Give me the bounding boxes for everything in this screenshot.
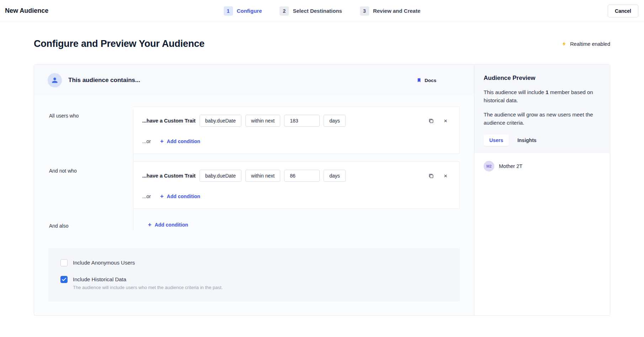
include-anonymous-checkbox[interactable] bbox=[60, 259, 68, 266]
preview-title: Audience Preview bbox=[484, 75, 601, 82]
group-label: All users who bbox=[48, 107, 133, 119]
step-number: 2 bbox=[280, 6, 289, 16]
or-line: ...or + Add condition bbox=[142, 193, 450, 199]
unit-select[interactable]: days bbox=[324, 170, 346, 182]
step-label: Select Destinations bbox=[293, 8, 342, 14]
condition-group-and-not-who: And not who ...have a Custom Trait baby.… bbox=[48, 162, 460, 209]
remove-condition-button[interactable]: × bbox=[444, 173, 447, 179]
condition-box: ...have a Custom Trait baby.dueDate with… bbox=[133, 107, 460, 154]
options-panel: Include Anonymous Users Include Historic… bbox=[48, 248, 460, 301]
page-heading-new-audience: New Audience bbox=[5, 7, 48, 15]
include-historical-checkbox[interactable] bbox=[60, 276, 68, 283]
condition-groups: All users who ...have a Custom Trait bab… bbox=[48, 107, 460, 233]
step-number: 1 bbox=[224, 6, 233, 16]
plus-icon: + bbox=[160, 193, 164, 199]
topbar: New Audience 1 Configure 2 Select Destin… bbox=[0, 0, 644, 22]
builder-title: This audience contains... bbox=[68, 77, 140, 84]
add-condition-link[interactable]: + Add condition bbox=[160, 138, 200, 144]
summary-text: This audience will include bbox=[484, 89, 545, 95]
preview-header: Audience Preview This audience will incl… bbox=[474, 65, 610, 153]
add-condition-label: Add condition bbox=[167, 138, 200, 144]
step-label: Review and Create bbox=[373, 8, 420, 14]
step-review-and-create[interactable]: 3 Review and Create bbox=[360, 6, 420, 16]
condition-group-all-users-who: All users who ...have a Custom Trait bab… bbox=[48, 107, 460, 154]
condition-row: ...have a Custom Trait baby.dueDate with… bbox=[142, 115, 450, 127]
bookmark-icon bbox=[417, 77, 421, 83]
close-icon: × bbox=[444, 118, 447, 124]
include-anonymous-row: Include Anonymous Users bbox=[60, 259, 448, 266]
preview-summary: This audience will include 1 member base… bbox=[484, 88, 601, 105]
duplicate-condition-button[interactable] bbox=[429, 173, 434, 179]
trait-select[interactable]: baby.dueDate bbox=[199, 115, 241, 127]
condition-actions: × bbox=[429, 118, 450, 124]
include-historical-text: Include Historical Data The audience wil… bbox=[73, 276, 223, 290]
member-row[interactable]: M2 Mother 2T bbox=[484, 161, 601, 172]
lightning-bolt-icon bbox=[561, 41, 567, 47]
group-content: ...have a Custom Trait baby.dueDate with… bbox=[133, 162, 460, 209]
unit-select[interactable]: days bbox=[324, 115, 346, 127]
plus-icon: + bbox=[148, 222, 151, 228]
condition-prefix: ...have a Custom Trait bbox=[142, 173, 196, 179]
group-label: And not who bbox=[48, 162, 133, 174]
tab-insights[interactable]: Insights bbox=[512, 135, 542, 146]
operator-select[interactable]: within next bbox=[245, 115, 280, 127]
audience-builder: This audience contains... Docs All users… bbox=[34, 65, 474, 315]
main-content: Configure and Preview Your Audience Real… bbox=[0, 38, 644, 316]
condition-actions: × bbox=[429, 173, 450, 179]
check-icon bbox=[62, 278, 66, 281]
plus-icon: + bbox=[160, 138, 164, 144]
docs-label: Docs bbox=[425, 78, 436, 83]
operator-select[interactable]: within next bbox=[245, 170, 280, 182]
user-icon bbox=[51, 77, 58, 84]
value-input[interactable]: 183 bbox=[284, 115, 320, 127]
tab-users[interactable]: Users bbox=[484, 135, 509, 146]
stepper: 1 Configure 2 Select Destinations 3 Revi… bbox=[224, 6, 421, 16]
member-name: Mother 2T bbox=[499, 163, 522, 169]
members-list: M2 Mother 2T bbox=[474, 153, 610, 179]
include-historical-row: Include Historical Data The audience wil… bbox=[60, 276, 448, 290]
copy-icon bbox=[429, 118, 434, 124]
realtime-label: Realtime enabled bbox=[570, 41, 610, 47]
duplicate-condition-button[interactable] bbox=[429, 118, 434, 124]
audience-card: This audience contains... Docs All users… bbox=[34, 64, 610, 316]
step-configure[interactable]: 1 Configure bbox=[224, 6, 262, 16]
step-number: 3 bbox=[360, 6, 369, 16]
add-condition-label: Add condition bbox=[155, 222, 188, 228]
condition-prefix: ...have a Custom Trait bbox=[142, 118, 196, 124]
step-label: Configure bbox=[237, 8, 262, 14]
close-icon: × bbox=[444, 173, 447, 179]
docs-link[interactable]: Docs bbox=[417, 77, 436, 83]
remove-condition-button[interactable]: × bbox=[444, 118, 447, 124]
builder-header: This audience contains... Docs bbox=[34, 65, 474, 96]
include-historical-hint: The audience will include users who met … bbox=[73, 285, 223, 290]
trait-select[interactable]: baby.dueDate bbox=[199, 170, 241, 182]
add-condition-link[interactable]: + Add condition bbox=[160, 193, 200, 199]
member-count: 1 bbox=[545, 89, 548, 95]
condition-box: ...have a Custom Trait baby.dueDate with… bbox=[133, 162, 460, 209]
copy-icon bbox=[429, 173, 434, 179]
include-historical-label: Include Historical Data bbox=[73, 276, 223, 282]
value-input[interactable]: 86 bbox=[284, 170, 320, 182]
condition-group-and-also: And also + Add condition bbox=[48, 217, 460, 233]
audience-preview-panel: Audience Preview This audience will incl… bbox=[474, 65, 610, 315]
or-label: ...or bbox=[142, 138, 151, 144]
preview-growth-note: The audience will grow as new users meet… bbox=[484, 110, 601, 127]
add-condition-link[interactable]: + Add condition bbox=[148, 222, 188, 228]
audience-avatar bbox=[48, 73, 62, 87]
step-select-destinations[interactable]: 2 Select Destinations bbox=[280, 6, 342, 16]
add-condition-label: Add condition bbox=[167, 194, 200, 199]
realtime-badge: Realtime enabled bbox=[561, 41, 610, 47]
preview-tabs: Users Insights bbox=[484, 135, 601, 146]
page-header: Configure and Preview Your Audience Real… bbox=[34, 38, 610, 49]
group-content: + Add condition bbox=[133, 217, 460, 233]
include-anonymous-label: Include Anonymous Users bbox=[73, 259, 135, 266]
condition-row: ...have a Custom Trait baby.dueDate with… bbox=[142, 170, 450, 182]
cancel-button[interactable]: Cancel bbox=[608, 5, 638, 17]
group-label: And also bbox=[48, 217, 133, 229]
group-content: ...have a Custom Trait baby.dueDate with… bbox=[133, 107, 460, 154]
or-label: ...or bbox=[142, 194, 151, 199]
page-title: Configure and Preview Your Audience bbox=[34, 38, 204, 49]
or-line: ...or + Add condition bbox=[142, 138, 450, 144]
member-avatar: M2 bbox=[484, 161, 494, 172]
